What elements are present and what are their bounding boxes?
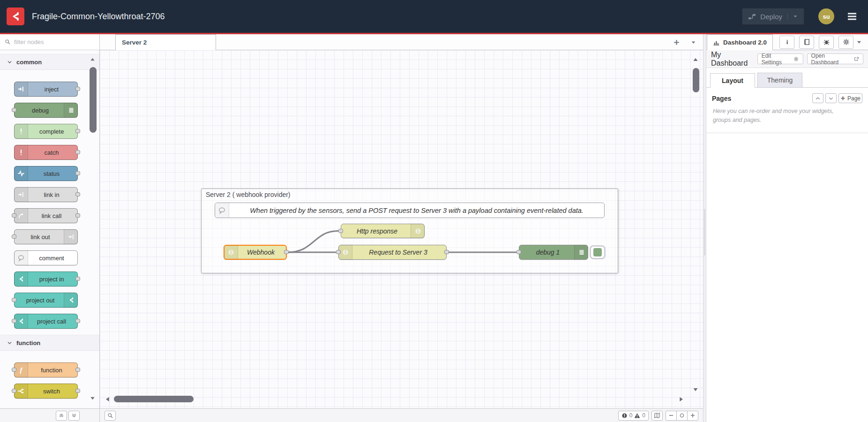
splitter-handle — [704, 209, 705, 256]
palette-node-link-out[interactable]: link out — [14, 229, 78, 244]
sidebar-subtab-theming[interactable]: Theming — [757, 73, 802, 87]
palette-node-comment[interactable]: comment — [14, 250, 78, 265]
flow-node-request-server3[interactable]: Request to Server 3 — [338, 245, 447, 260]
zoom-reset-button[interactable] — [676, 411, 688, 421]
input-port[interactable] — [12, 389, 16, 393]
palette-category-common[interactable]: common — [0, 54, 99, 70]
caret-down-icon — [793, 14, 798, 19]
debug-enable-toggle[interactable] — [590, 245, 606, 259]
bar-chart-icon — [713, 39, 720, 46]
flow-list-caret-icon[interactable] — [690, 39, 696, 45]
palette-expand-all-button[interactable] — [68, 411, 80, 421]
input-port[interactable] — [12, 234, 16, 239]
output-port[interactable] — [75, 277, 80, 281]
globe-icon — [227, 249, 235, 256]
comment-node[interactable]: When triggered by the sensors, send a PO… — [215, 203, 605, 218]
palette-search-input[interactable] — [14, 38, 84, 45]
sidebar-subtab-layout[interactable]: Layout — [710, 73, 755, 88]
palette-node-switch[interactable]: switch — [14, 384, 78, 399]
comment-icon — [17, 254, 25, 262]
sidebar-tab-dashboard[interactable]: Dashboard 2.0 — [707, 34, 773, 50]
flow-node-debug-1[interactable]: debug 1 — [519, 245, 588, 260]
flow-tab-server-2[interactable]: Server 2 — [115, 34, 216, 50]
node-label: catch — [29, 145, 75, 159]
canvas-search-button[interactable] — [105, 411, 116, 421]
palette-node-catch[interactable]: catch — [14, 145, 78, 160]
sidebar-debug-button[interactable] — [819, 36, 834, 49]
notification-counts[interactable]: 0 0 — [618, 411, 649, 421]
palette-node-complete[interactable]: complete — [14, 124, 78, 139]
deploy-button[interactable]: Deploy — [742, 8, 804, 25]
sidebar-info-button[interactable]: i — [779, 36, 794, 49]
deploy-menu-caret[interactable] — [787, 14, 798, 19]
open-dashboard-button[interactable]: Open Dashboard — [807, 53, 863, 64]
flow-node-webhook[interactable]: Webhook — [224, 245, 287, 260]
zoom-out-button[interactable] — [666, 411, 677, 421]
sidebar-splitter[interactable] — [703, 34, 706, 422]
palette-scroll-up-icon[interactable] — [89, 57, 96, 62]
palette-scrollbar-thumb[interactable] — [90, 67, 97, 133]
palette-scroll-down-icon[interactable] — [89, 395, 96, 401]
input-port[interactable] — [12, 108, 16, 112]
output-port[interactable] — [75, 171, 80, 175]
output-port[interactable] — [444, 250, 449, 254]
palette-node-function[interactable]: ffunction — [14, 362, 78, 377]
edit-settings-label: Edit Settings — [762, 53, 791, 66]
edit-settings-button[interactable]: Edit Settings — [757, 53, 803, 64]
sidebar-help-button[interactable] — [799, 36, 814, 49]
user-avatar[interactable]: su — [818, 8, 834, 24]
main-menu-button[interactable] — [846, 11, 859, 22]
add-page-button[interactable]: Page — [838, 93, 862, 103]
canvas-vscrollbar-thumb[interactable] — [693, 68, 699, 92]
input-port[interactable] — [12, 298, 16, 302]
move-down-button[interactable] — [825, 93, 837, 103]
input-port[interactable] — [12, 213, 16, 218]
navigator-button[interactable] — [651, 411, 663, 421]
output-port[interactable] — [75, 213, 80, 218]
workspace: Server 2 Server 2 ( webhook provider) Wh… — [100, 34, 703, 422]
node-icon-region — [14, 166, 28, 181]
output-port[interactable] — [75, 389, 80, 393]
output-port[interactable] — [75, 319, 80, 323]
canvas-scroll-down-icon[interactable] — [692, 386, 699, 392]
palette-node-inject[interactable]: inject — [14, 82, 78, 97]
output-port[interactable] — [75, 150, 80, 154]
double-chevron-down-icon — [71, 413, 77, 418]
sidebar-menu-caret-icon[interactable] — [856, 39, 862, 45]
output-port[interactable] — [75, 129, 80, 133]
input-port[interactable] — [12, 319, 16, 323]
node-label: function — [29, 363, 75, 377]
output-port[interactable] — [75, 192, 80, 196]
canvas-scroll-left-icon[interactable] — [105, 396, 111, 403]
node-red-icon — [17, 275, 25, 283]
input-port[interactable] — [336, 250, 341, 254]
chevron-down-icon — [7, 340, 12, 346]
move-up-button[interactable] — [812, 93, 823, 103]
palette-node-debug[interactable]: debug — [14, 103, 78, 118]
flow-node-http-response[interactable]: Http response — [341, 224, 425, 238]
palette-node-project-in[interactable]: project in — [14, 271, 78, 286]
sidebar-config-button[interactable] — [838, 36, 853, 49]
output-port[interactable] — [284, 250, 289, 254]
palette-collapse-all-button[interactable] — [56, 411, 67, 421]
canvas-scroll-right-icon[interactable] — [678, 396, 684, 403]
input-port[interactable] — [516, 250, 521, 254]
palette-category-function[interactable]: function — [0, 335, 99, 351]
palette-node-link-call[interactable]: link call — [14, 208, 78, 223]
palette-node-link-in[interactable]: link in — [14, 187, 78, 202]
output-port[interactable] — [75, 87, 80, 91]
palette-node-status[interactable]: status — [14, 166, 78, 181]
node-label: Http response — [344, 224, 410, 238]
palette-node-project-out[interactable]: project out — [14, 293, 78, 308]
output-port[interactable] — [75, 368, 80, 372]
input-port[interactable] — [12, 368, 16, 372]
palette-search[interactable] — [0, 34, 99, 50]
canvas-hscrollbar-thumb[interactable] — [114, 396, 194, 402]
palette-category-label: function — [16, 339, 40, 347]
input-port[interactable] — [338, 229, 343, 233]
zoom-in-button[interactable] — [687, 411, 698, 421]
palette-node-project-call[interactable]: project call — [14, 314, 78, 329]
add-flow-button[interactable] — [673, 39, 680, 46]
canvas-scroll-up-icon[interactable] — [692, 57, 699, 63]
flow-canvas[interactable]: Server 2 ( webhook provider) When trigge… — [100, 50, 703, 408]
